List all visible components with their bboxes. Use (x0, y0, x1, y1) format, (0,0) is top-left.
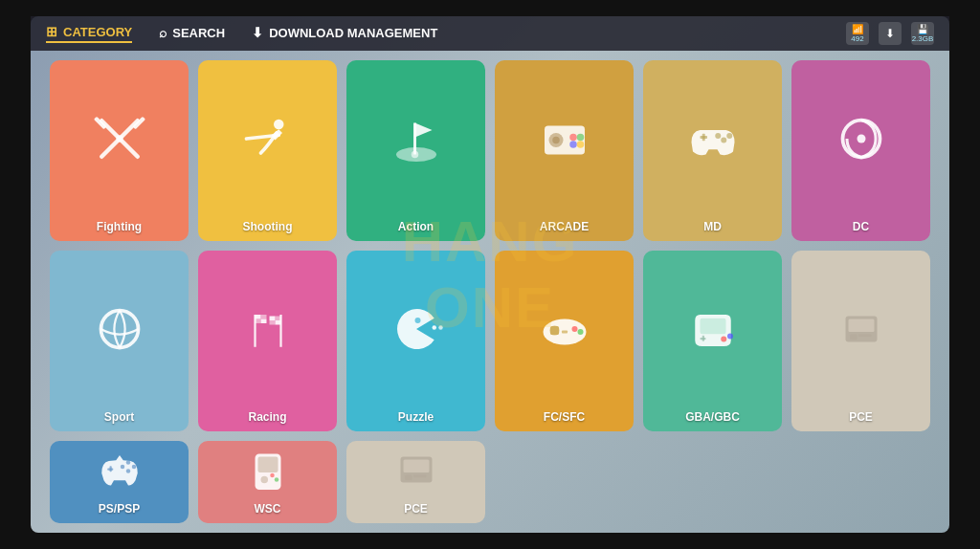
nav-search[interactable]: ⌕ SEARCH (159, 25, 225, 42)
pce2-icon (833, 251, 890, 406)
status-icons: 📶 492 ⬇ 💾 2.3GB (846, 22, 934, 45)
nav-bar: ⊞ CATEGORY ⌕ SEARCH ⬇ DOWNLOAD MANAGEMEN… (31, 16, 949, 51)
svg-point-61 (721, 336, 726, 341)
wifi-label: 492 (851, 34, 863, 43)
svg-point-13 (131, 465, 136, 470)
svg-point-32 (576, 141, 584, 148)
wsc-icon (239, 441, 297, 498)
sport-icon (91, 251, 148, 406)
download-icon: ⬇ (252, 25, 263, 40)
svg-rect-44 (260, 315, 266, 319)
category-grid: Fighting Shooting (50, 60, 930, 523)
svg-point-34 (715, 133, 721, 139)
svg-point-62 (727, 333, 733, 339)
pspsp-label: PS/PSP (99, 502, 140, 516)
svg-point-30 (576, 133, 584, 141)
svg-rect-68 (858, 334, 872, 337)
svg-marker-9 (414, 122, 432, 137)
svg-point-52 (432, 325, 436, 330)
dc-label: DC (853, 220, 869, 233)
svg-point-20 (270, 473, 275, 478)
fighting-icon (91, 60, 148, 216)
svg-point-28 (552, 136, 560, 143)
svg-point-33 (721, 137, 726, 143)
svg-rect-45 (255, 318, 260, 323)
fcsfc-icon (536, 251, 593, 406)
svg-point-10 (411, 150, 418, 158)
tile-wsc[interactable]: WSC (198, 441, 337, 523)
svg-point-56 (549, 325, 560, 336)
tile-pce[interactable]: PCE (346, 441, 485, 523)
arcade-label: ARCADE (540, 220, 589, 233)
svg-rect-66 (848, 318, 874, 332)
svg-point-31 (569, 141, 577, 148)
svg-point-21 (274, 477, 278, 482)
svg-rect-43 (255, 315, 260, 319)
pce-label: PCE (404, 502, 428, 516)
svg-rect-37 (702, 133, 704, 141)
nav-search-label: SEARCH (172, 26, 225, 40)
svg-point-11 (125, 469, 130, 473)
svg-rect-16 (109, 466, 111, 472)
tile-action[interactable]: Action (346, 60, 485, 241)
tile-sport[interactable]: Sport (50, 251, 189, 431)
gbagbc-icon (684, 251, 742, 406)
tile-fighting[interactable]: Fighting (50, 60, 189, 241)
svg-point-58 (577, 329, 583, 335)
svg-rect-23 (403, 460, 429, 473)
svg-point-4 (116, 135, 123, 143)
category-icon: ⊞ (46, 24, 57, 39)
puzzle-label: Puzzle (398, 410, 434, 424)
svg-rect-59 (562, 330, 568, 333)
svg-rect-48 (275, 316, 280, 320)
svg-rect-18 (257, 457, 278, 473)
dc-icon (833, 60, 890, 216)
tile-fcsfc[interactable]: FC/SFC (495, 251, 634, 431)
download-status: ⬇ (879, 22, 902, 45)
pspsp-icon (91, 441, 148, 498)
tile-md[interactable]: MD (643, 60, 782, 241)
wsc-label: WSC (255, 502, 281, 516)
nav-category[interactable]: ⊞ CATEGORY (46, 24, 132, 43)
sport-label: Sport (104, 410, 134, 424)
tile-shooting[interactable]: Shooting (198, 60, 337, 241)
svg-rect-25 (413, 474, 427, 477)
nav-category-label: CATEGORY (63, 25, 132, 39)
category-grid-area: Fighting Shooting (31, 51, 949, 533)
nav-download[interactable]: ⬇ DOWNLOAD MANAGEMENT (252, 25, 437, 42)
svg-rect-60 (700, 318, 725, 334)
md-label: MD (703, 220, 722, 233)
search-icon: ⌕ (159, 25, 167, 40)
svg-rect-67 (850, 334, 858, 340)
tile-gbagbc[interactable]: GBA/GBC (643, 251, 782, 431)
svg-point-35 (726, 133, 732, 139)
fighting-label: Fighting (97, 220, 142, 233)
tile-pspsp[interactable]: PS/PSP (50, 441, 189, 523)
shooting-label: Shooting (243, 220, 293, 233)
svg-point-19 (260, 476, 268, 484)
storage-label: 2.3GB (912, 34, 934, 43)
pce2-label: PCE (849, 410, 873, 424)
svg-point-29 (569, 133, 577, 141)
svg-rect-64 (702, 335, 703, 340)
svg-point-14 (125, 460, 130, 465)
puzzle-icon (388, 251, 445, 406)
tile-racing[interactable]: Racing (198, 251, 337, 431)
nav-download-label: DOWNLOAD MANAGEMENT (269, 26, 437, 40)
action-label: Action (398, 220, 434, 233)
tile-puzzle[interactable]: Puzzle (346, 251, 485, 431)
arcade-icon (536, 60, 593, 216)
svg-rect-46 (260, 318, 266, 323)
shooting-icon (239, 60, 297, 216)
storage-status: 💾 2.3GB (911, 22, 934, 45)
tile-pce2[interactable]: PCE (791, 251, 930, 431)
svg-point-5 (274, 119, 284, 129)
md-icon (684, 60, 742, 216)
svg-rect-24 (405, 474, 412, 480)
tile-dc[interactable]: DC (791, 60, 930, 241)
racing-label: Racing (248, 410, 286, 424)
svg-point-53 (438, 325, 443, 330)
wifi-status: 📶 492 (846, 22, 869, 45)
svg-rect-49 (269, 320, 275, 325)
tile-arcade[interactable]: ARCADE (495, 60, 634, 241)
